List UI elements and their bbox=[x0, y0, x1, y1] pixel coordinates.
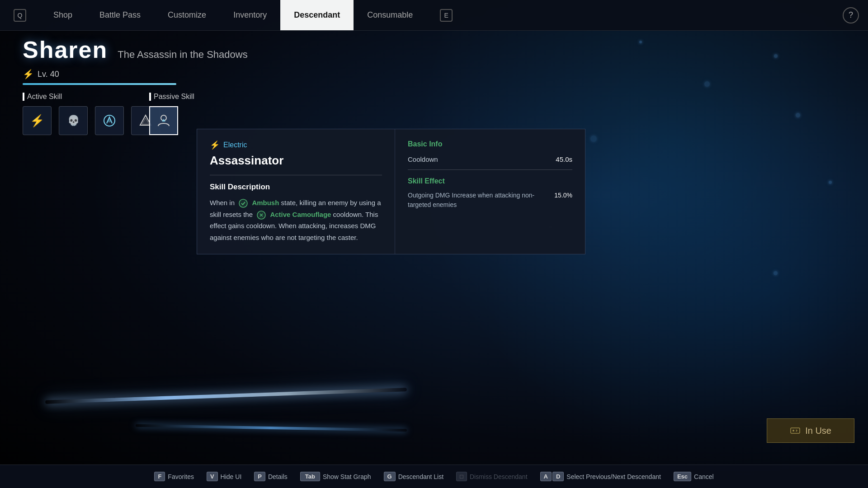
stat-graph-label: Show Stat Graph bbox=[323, 473, 371, 480]
details-key: P bbox=[254, 472, 265, 481]
skill-type-label: Electric bbox=[223, 141, 247, 149]
active-skill-icon-3[interactable] bbox=[95, 106, 124, 135]
tooltip-right-pane: Basic Info Cooldown 45.0s Skill Effect O… bbox=[395, 129, 585, 254]
nav-inventory[interactable]: Inventory bbox=[220, 0, 280, 30]
character-header: Sharen The Assassin in the Shadows ⚡ Lv.… bbox=[23, 36, 248, 85]
bottom-descendant-list[interactable]: G Descendant List bbox=[384, 472, 444, 481]
nav-shop[interactable]: Shop bbox=[40, 0, 86, 30]
effect-label: Outgoing DMG Increase when attacking non… bbox=[408, 191, 549, 210]
character-title: The Assassin in the Shadows bbox=[118, 49, 247, 61]
skill-description-text: When in Ambush state, killing an enemy b… bbox=[210, 197, 382, 243]
details-label: Details bbox=[268, 473, 288, 480]
nav-consumable[interactable]: Consumable bbox=[354, 0, 426, 30]
bottom-details[interactable]: P Details bbox=[254, 472, 287, 481]
level-label: Lv. 40 bbox=[38, 70, 59, 79]
skill-type-row: ⚡ Electric bbox=[210, 140, 382, 150]
skill-effect-title: Skill Effect bbox=[408, 177, 572, 185]
stat-graph-key: Tab bbox=[300, 472, 320, 481]
bottom-dismiss-descendant: □ Dismiss Descendant bbox=[456, 472, 527, 481]
nav-descendant[interactable]: Descendant bbox=[280, 0, 354, 30]
bottom-favorites[interactable]: F Favorites bbox=[154, 472, 194, 481]
passive-skill-label: Passive Skill bbox=[149, 93, 194, 101]
tooltip-skill-name: Assassinator bbox=[210, 154, 382, 168]
level-bar-fill bbox=[23, 83, 176, 85]
nav-e-key[interactable]: E bbox=[426, 0, 466, 30]
active-skill-icon-1[interactable]: ⚡ bbox=[23, 106, 52, 135]
a-key: A bbox=[540, 472, 552, 481]
d-key: D bbox=[552, 472, 564, 481]
nav-q-key[interactable]: Q bbox=[0, 0, 40, 30]
svg-rect-7 bbox=[791, 428, 800, 433]
right-divider bbox=[408, 169, 572, 170]
q-key-badge: Q bbox=[14, 9, 26, 22]
tooltip-left-pane: ⚡ Electric Assassinator Skill Descriptio… bbox=[197, 129, 395, 254]
cancel-label: Cancel bbox=[694, 473, 714, 480]
e-key-badge: E bbox=[440, 9, 453, 22]
svg-point-1 bbox=[108, 119, 111, 122]
select-prev-next-label: Select Previous/Next Descendant bbox=[566, 473, 661, 480]
top-navigation: Q Shop Battle Pass Customize Inventory D… bbox=[0, 0, 868, 31]
passive-skill-section: Passive Skill bbox=[149, 93, 194, 135]
cooldown-value: 45.0s bbox=[556, 155, 572, 163]
dismiss-key: □ bbox=[456, 472, 467, 481]
bottom-select-prev-next[interactable]: A D Select Previous/Next Descendant bbox=[540, 472, 661, 481]
hide-ui-label: Hide UI bbox=[221, 473, 242, 480]
svg-point-5 bbox=[239, 199, 247, 207]
help-button[interactable]: ? bbox=[843, 7, 859, 23]
ad-keys: A D bbox=[540, 472, 564, 481]
svg-marker-3 bbox=[142, 118, 149, 124]
descendant-list-label: Descendant List bbox=[398, 473, 443, 480]
camouflage-link[interactable]: Active Camouflage bbox=[270, 211, 333, 218]
tooltip-panel: ⚡ Electric Assassinator Skill Descriptio… bbox=[197, 129, 585, 254]
ambush-link[interactable]: Ambush bbox=[252, 199, 281, 206]
character-level: ⚡ Lv. 40 bbox=[23, 69, 248, 80]
cancel-key: Esc bbox=[674, 472, 691, 481]
active-skill-label: Active Skill bbox=[23, 93, 160, 101]
active-skill-section: Active Skill ⚡ 💀 bbox=[23, 93, 160, 135]
dismiss-label: Dismiss Descendant bbox=[470, 473, 528, 480]
svg-point-8 bbox=[793, 430, 794, 432]
favorites-key: F bbox=[154, 472, 165, 481]
cooldown-label: Cooldown bbox=[408, 155, 438, 163]
descendant-list-key: G bbox=[384, 472, 396, 481]
effect-value: 15.0% bbox=[554, 191, 572, 210]
in-use-icon bbox=[790, 425, 801, 436]
nav-battle-pass[interactable]: Battle Pass bbox=[86, 0, 154, 30]
nav-customize[interactable]: Customize bbox=[154, 0, 220, 30]
skill-description-title: Skill Description bbox=[210, 183, 382, 192]
character-name: Sharen bbox=[23, 36, 108, 63]
cooldown-row: Cooldown 45.0s bbox=[408, 155, 572, 163]
in-use-label: In Use bbox=[805, 426, 831, 436]
bottom-bar: F Favorites V Hide UI P Details Tab Show… bbox=[0, 465, 868, 488]
electric-icon: ⚡ bbox=[210, 140, 220, 150]
level-bar bbox=[23, 83, 176, 85]
favorites-label: Favorites bbox=[168, 473, 194, 480]
effect-row: Outgoing DMG Increase when attacking non… bbox=[408, 191, 572, 210]
level-icon: ⚡ bbox=[23, 69, 34, 80]
passive-skill-icon[interactable] bbox=[149, 106, 178, 135]
active-skill-icons: ⚡ 💀 bbox=[23, 106, 160, 135]
in-use-button[interactable]: In Use bbox=[767, 418, 854, 443]
hide-ui-key: V bbox=[207, 472, 218, 481]
tooltip-divider bbox=[210, 175, 382, 175]
bottom-hide-ui[interactable]: V Hide UI bbox=[207, 472, 241, 481]
bottom-cancel[interactable]: Esc Cancel bbox=[674, 472, 714, 481]
bottom-stat-graph[interactable]: Tab Show Stat Graph bbox=[300, 472, 371, 481]
active-skill-icon-2[interactable]: 💀 bbox=[59, 106, 88, 135]
basic-info-title: Basic Info bbox=[408, 140, 572, 148]
